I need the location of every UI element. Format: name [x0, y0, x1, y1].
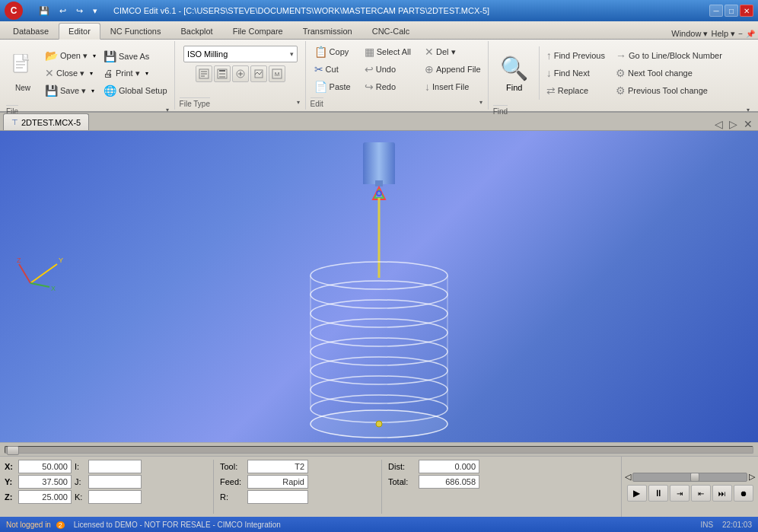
save-dropdown-button[interactable]: ▾: [90, 82, 97, 99]
coord-x-row: X: I:: [5, 460, 209, 473]
find-previous-button[interactable]: ↑ Find Previous: [543, 47, 609, 64]
time-display: 22:01:03: [722, 521, 752, 529]
demo-icon: 2: [56, 521, 65, 529]
copy-icon: 📋: [314, 46, 327, 58]
fast-forward-button[interactable]: ⏭: [712, 485, 732, 502]
ribbon-pin-button[interactable]: 📌: [746, 30, 755, 38]
filetype-icon-5[interactable]: M: [269, 65, 285, 82]
find-button[interactable]: 🔍 Find: [493, 43, 536, 104]
license-text: Licensed to DEMO - NOT FOR RESALE - CIMC…: [74, 521, 281, 529]
open-dropdown-button[interactable]: ▾: [91, 47, 98, 64]
edit-col1: 📋 Copy ✂ Cut 📄 Paste: [311, 43, 355, 95]
not-logged-in-label: Not logged in: [6, 521, 51, 529]
filetype-icon-3[interactable]: [232, 65, 249, 82]
slider-left-button[interactable]: ◁: [625, 472, 631, 482]
next-tool-label: Next Tool change: [628, 68, 693, 78]
i-value-input[interactable]: [88, 460, 142, 473]
tab-transmission[interactable]: Transmission: [293, 22, 362, 39]
quick-access-more-button[interactable]: ▾: [89, 5, 101, 18]
filetype-group-expand[interactable]: ▾: [295, 98, 302, 106]
append-file-button[interactable]: ⊕ Append File: [421, 61, 485, 78]
tab-file-compare[interactable]: File Compare: [223, 22, 293, 39]
record-button[interactable]: ⏺: [734, 485, 753, 502]
tool-value-input[interactable]: [247, 460, 308, 473]
filetype-icon-1[interactable]: [196, 65, 212, 82]
tab-nav-close-button[interactable]: ✕: [741, 118, 755, 130]
quick-save-button[interactable]: 💾: [35, 5, 53, 18]
select-all-button[interactable]: ▦ Select All: [361, 43, 415, 60]
filetype-group-label-row: File Type ▾: [180, 96, 302, 108]
play-button[interactable]: ▶: [627, 485, 647, 502]
undo-label: Undo: [376, 65, 396, 74]
total-value-input[interactable]: [419, 475, 479, 489]
filetype-icon-2[interactable]: [214, 65, 231, 82]
r-row: R:: [220, 490, 375, 504]
tab-nav-prev-button[interactable]: ◁: [712, 118, 725, 130]
tab-nc-functions[interactable]: NC Functions: [100, 22, 171, 39]
progress-bar-container[interactable]: [5, 446, 753, 454]
x-value-input[interactable]: [18, 460, 72, 473]
edit-group-expand[interactable]: ▾: [477, 98, 485, 106]
r-value-input[interactable]: [247, 490, 308, 504]
tab-nav-next-button[interactable]: ▷: [727, 118, 740, 130]
find-group-expand[interactable]: ▾: [744, 106, 752, 113]
slider-right-button[interactable]: ▷: [749, 472, 755, 482]
viewport[interactable]: Y Z X: [0, 131, 758, 442]
tab-database[interactable]: Database: [3, 22, 59, 39]
minimize-button[interactable]: ─: [709, 5, 723, 17]
filetype-icon-4[interactable]: [250, 65, 267, 82]
new-button[interactable]: New: [6, 43, 40, 104]
print-dropdown-button[interactable]: ▾: [144, 65, 151, 81]
z-value-input[interactable]: [18, 490, 72, 504]
filetype-value: ISO Milling: [187, 49, 228, 59]
tab-editor[interactable]: Editor: [59, 23, 100, 40]
redo-label: Redo: [376, 82, 396, 91]
close-dropdown-button[interactable]: ▾: [88, 65, 95, 81]
help-menu[interactable]: Help ▾: [711, 29, 735, 39]
open-button[interactable]: 📂 Open ▾: [41, 47, 91, 64]
k-value-input[interactable]: [88, 490, 142, 504]
playback-slider[interactable]: [632, 473, 747, 482]
step-forward-button[interactable]: ⇥: [670, 485, 690, 502]
save-button[interactable]: 💾 Save ▾: [41, 82, 90, 99]
copy-button[interactable]: 📋 Copy: [311, 43, 355, 60]
restore-button[interactable]: □: [725, 5, 738, 17]
y-value-input[interactable]: [18, 475, 72, 489]
filetype-dropdown[interactable]: ISO Milling ▾: [183, 46, 298, 62]
feed-value-input[interactable]: [247, 475, 308, 489]
insert-file-button[interactable]: ↓ Insert File: [421, 78, 485, 95]
file-group-expand[interactable]: ▾: [164, 106, 171, 113]
tab-backplot[interactable]: Backplot: [170, 22, 222, 39]
replace-button[interactable]: ⇄ Replace: [543, 82, 609, 99]
ribbon-find-content: 🔍 Find ↑ Find Previous ↓ Find Next ⇄ Rep…: [493, 43, 752, 104]
global-setup-button[interactable]: 🌐 Global Setup: [100, 82, 171, 99]
x-label: X:: [5, 462, 15, 471]
save-as-button[interactable]: 💾 Save As: [100, 48, 171, 65]
svg-text:M: M: [275, 71, 280, 78]
redo-button[interactable]: ↪ Redo: [361, 78, 415, 95]
pause-button[interactable]: ⏸: [648, 485, 668, 502]
quick-redo-button[interactable]: ↪: [72, 5, 87, 18]
cut-button[interactable]: ✂ Cut: [311, 61, 355, 78]
print-button[interactable]: 🖨 Print ▾: [100, 65, 144, 81]
doc-tab-2dtest[interactable]: ⊤ 2DTEST.MCX-5: [3, 113, 89, 130]
find-next-button[interactable]: ↓ Find Next: [543, 65, 609, 81]
edit-col3: ✕ Del ▾ ⊕ Append File ↓ Insert File: [421, 43, 485, 95]
save-as-label: Save As: [119, 52, 149, 61]
goto-line-button[interactable]: → Go to Line/Block Number: [612, 47, 726, 64]
find-next-label: Find Next: [554, 68, 590, 78]
window-menu[interactable]: Window ▾: [671, 29, 708, 39]
quick-undo-button[interactable]: ↩: [56, 5, 70, 18]
next-tool-change-button[interactable]: ⚙ Next Tool change: [612, 65, 726, 81]
close-button[interactable]: ✕: [740, 5, 753, 17]
rewind-button[interactable]: ⇤: [691, 485, 711, 502]
dist-value-input[interactable]: [419, 460, 479, 473]
tab-cnc-calc[interactable]: CNC-Calc: [362, 22, 420, 39]
ribbon-minimize-button[interactable]: −: [738, 30, 743, 38]
del-button[interactable]: ✕ Del ▾: [421, 43, 485, 60]
close-button[interactable]: ✕ Close ▾: [41, 65, 88, 81]
j-value-input[interactable]: [88, 475, 142, 489]
prev-tool-change-button[interactable]: ⚙ Previous Tool change: [612, 82, 726, 99]
paste-button[interactable]: 📄 Paste: [311, 78, 355, 95]
undo-button[interactable]: ↩ Undo: [361, 61, 415, 78]
